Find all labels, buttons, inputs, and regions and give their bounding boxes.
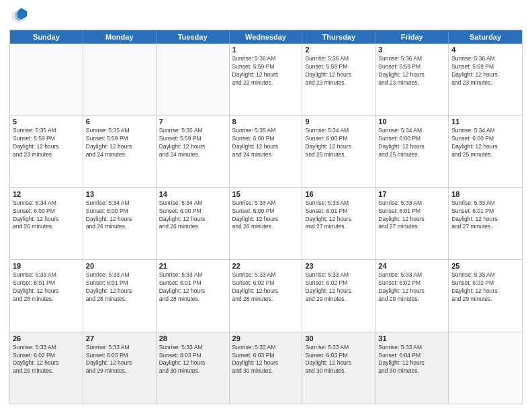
day-info: Sunrise: 5:33 AM Sunset: 6:02 PM Dayligh… (232, 271, 300, 304)
day-info: Sunrise: 5:33 AM Sunset: 6:02 PM Dayligh… (451, 271, 519, 304)
calendar-cell: 25Sunrise: 5:33 AM Sunset: 6:02 PM Dayli… (449, 260, 522, 331)
day-number: 30 (305, 334, 372, 342)
calendar-cell: 27Sunrise: 5:33 AM Sunset: 6:03 PM Dayli… (83, 332, 157, 404)
calendar-cell (10, 44, 83, 115)
day-info: Sunrise: 5:33 AM Sunset: 6:04 PM Dayligh… (378, 344, 445, 376)
calendar-cell: 10Sunrise: 5:34 AM Sunset: 6:00 PM Dayli… (375, 116, 449, 187)
calendar-cell (83, 44, 157, 115)
day-number: 28 (159, 334, 226, 342)
day-number: 13 (86, 190, 153, 198)
day-info: Sunrise: 5:33 AM Sunset: 6:01 PM Dayligh… (13, 271, 80, 304)
calendar-header-cell: Sunday (10, 30, 83, 44)
calendar-cell: 29Sunrise: 5:33 AM Sunset: 6:03 PM Dayli… (230, 332, 303, 404)
calendar-cell (157, 44, 230, 115)
calendar-cell: 21Sunrise: 5:33 AM Sunset: 6:01 PM Dayli… (157, 260, 230, 331)
day-number: 7 (159, 118, 226, 126)
day-number: 23 (305, 262, 372, 270)
day-info: Sunrise: 5:33 AM Sunset: 6:01 PM Dayligh… (378, 199, 445, 232)
day-number: 20 (86, 262, 153, 270)
day-number: 19 (13, 262, 80, 270)
day-number: 11 (451, 118, 519, 126)
day-info: Sunrise: 5:33 AM Sunset: 6:03 PM Dayligh… (305, 344, 372, 376)
calendar-cell: 1Sunrise: 5:36 AM Sunset: 5:59 PM Daylig… (230, 44, 303, 115)
calendar-cell: 31Sunrise: 5:33 AM Sunset: 6:04 PM Dayli… (375, 332, 449, 404)
day-info: Sunrise: 5:34 AM Sunset: 6:00 PM Dayligh… (86, 199, 153, 232)
day-info: Sunrise: 5:33 AM Sunset: 6:02 PM Dayligh… (378, 271, 445, 304)
calendar-cell: 9Sunrise: 5:34 AM Sunset: 6:00 PM Daylig… (302, 116, 375, 187)
day-number: 2 (305, 46, 372, 54)
calendar-cell: 4Sunrise: 5:36 AM Sunset: 5:59 PM Daylig… (449, 44, 522, 115)
day-info: Sunrise: 5:34 AM Sunset: 6:00 PM Dayligh… (451, 127, 519, 159)
calendar-body: 1Sunrise: 5:36 AM Sunset: 5:59 PM Daylig… (10, 44, 522, 404)
calendar-cell: 2Sunrise: 5:36 AM Sunset: 5:59 PM Daylig… (302, 44, 375, 115)
day-number: 22 (232, 262, 300, 270)
day-number: 12 (13, 190, 80, 198)
day-info: Sunrise: 5:36 AM Sunset: 5:59 PM Dayligh… (232, 55, 300, 87)
header (9, 7, 523, 26)
day-number: 3 (378, 46, 445, 54)
day-info: Sunrise: 5:36 AM Sunset: 5:59 PM Dayligh… (451, 55, 519, 87)
calendar-header-cell: Friday (375, 30, 449, 44)
day-number: 16 (305, 190, 372, 198)
day-info: Sunrise: 5:34 AM Sunset: 6:00 PM Dayligh… (378, 127, 445, 159)
logo-icon (9, 7, 28, 26)
calendar-cell: 11Sunrise: 5:34 AM Sunset: 6:00 PM Dayli… (449, 116, 522, 187)
day-info: Sunrise: 5:33 AM Sunset: 6:02 PM Dayligh… (13, 344, 80, 376)
calendar-row: 12Sunrise: 5:34 AM Sunset: 6:00 PM Dayli… (10, 187, 522, 259)
calendar-cell (449, 332, 522, 404)
day-number: 14 (159, 190, 226, 198)
calendar-cell: 7Sunrise: 5:35 AM Sunset: 5:59 PM Daylig… (157, 116, 230, 187)
calendar-cell: 22Sunrise: 5:33 AM Sunset: 6:02 PM Dayli… (230, 260, 303, 331)
calendar-cell: 3Sunrise: 5:36 AM Sunset: 5:59 PM Daylig… (375, 44, 449, 115)
day-number: 17 (378, 190, 445, 198)
day-number: 31 (378, 334, 445, 342)
day-number: 9 (305, 118, 372, 126)
calendar-header-cell: Monday (83, 30, 157, 44)
calendar-cell: 17Sunrise: 5:33 AM Sunset: 6:01 PM Dayli… (375, 188, 449, 259)
calendar-cell: 15Sunrise: 5:33 AM Sunset: 6:00 PM Dayli… (230, 188, 303, 259)
calendar-cell: 19Sunrise: 5:33 AM Sunset: 6:01 PM Dayli… (10, 260, 83, 331)
day-info: Sunrise: 5:35 AM Sunset: 5:59 PM Dayligh… (159, 127, 226, 159)
calendar-cell: 23Sunrise: 5:33 AM Sunset: 6:02 PM Dayli… (302, 260, 375, 331)
calendar-cell: 5Sunrise: 5:35 AM Sunset: 5:59 PM Daylig… (10, 116, 83, 187)
day-info: Sunrise: 5:33 AM Sunset: 6:02 PM Dayligh… (305, 271, 372, 304)
day-number: 24 (378, 262, 445, 270)
day-info: Sunrise: 5:35 AM Sunset: 5:59 PM Dayligh… (86, 127, 153, 159)
day-number: 29 (232, 334, 300, 342)
day-info: Sunrise: 5:35 AM Sunset: 6:00 PM Dayligh… (232, 127, 300, 159)
calendar-cell: 26Sunrise: 5:33 AM Sunset: 6:02 PM Dayli… (10, 332, 83, 404)
day-number: 26 (13, 334, 80, 342)
day-info: Sunrise: 5:33 AM Sunset: 6:03 PM Dayligh… (232, 344, 300, 376)
day-number: 18 (451, 190, 519, 198)
calendar-cell: 6Sunrise: 5:35 AM Sunset: 5:59 PM Daylig… (83, 116, 157, 187)
day-number: 27 (86, 334, 153, 342)
day-info: Sunrise: 5:33 AM Sunset: 6:00 PM Dayligh… (232, 199, 300, 232)
calendar-cell: 20Sunrise: 5:33 AM Sunset: 6:01 PM Dayli… (83, 260, 157, 331)
calendar-header-cell: Saturday (449, 30, 522, 44)
day-info: Sunrise: 5:33 AM Sunset: 6:01 PM Dayligh… (305, 199, 372, 232)
day-info: Sunrise: 5:34 AM Sunset: 6:00 PM Dayligh… (159, 199, 226, 232)
day-info: Sunrise: 5:34 AM Sunset: 6:00 PM Dayligh… (13, 199, 80, 232)
day-number: 4 (451, 46, 519, 54)
calendar-cell: 16Sunrise: 5:33 AM Sunset: 6:01 PM Dayli… (302, 188, 375, 259)
page: SundayMondayTuesdayWednesdayThursdayFrid… (0, 0, 532, 411)
day-number: 8 (232, 118, 300, 126)
day-info: Sunrise: 5:33 AM Sunset: 6:01 PM Dayligh… (159, 271, 226, 304)
day-number: 21 (159, 262, 226, 270)
calendar-header: SundayMondayTuesdayWednesdayThursdayFrid… (10, 30, 522, 44)
calendar-header-cell: Tuesday (157, 30, 230, 44)
day-info: Sunrise: 5:33 AM Sunset: 6:01 PM Dayligh… (86, 271, 153, 304)
logo (9, 7, 31, 26)
calendar-cell: 12Sunrise: 5:34 AM Sunset: 6:00 PM Dayli… (10, 188, 83, 259)
calendar-cell: 18Sunrise: 5:33 AM Sunset: 6:01 PM Dayli… (449, 188, 522, 259)
calendar-cell: 24Sunrise: 5:33 AM Sunset: 6:02 PM Dayli… (375, 260, 449, 331)
calendar-row: 19Sunrise: 5:33 AM Sunset: 6:01 PM Dayli… (10, 259, 522, 331)
day-number: 1 (232, 46, 300, 54)
calendar-header-cell: Wednesday (230, 30, 303, 44)
calendar-cell: 8Sunrise: 5:35 AM Sunset: 6:00 PM Daylig… (230, 116, 303, 187)
day-info: Sunrise: 5:33 AM Sunset: 6:03 PM Dayligh… (159, 344, 226, 376)
day-info: Sunrise: 5:33 AM Sunset: 6:03 PM Dayligh… (86, 344, 153, 376)
calendar-cell: 13Sunrise: 5:34 AM Sunset: 6:00 PM Dayli… (83, 188, 157, 259)
calendar-cell: 30Sunrise: 5:33 AM Sunset: 6:03 PM Dayli… (302, 332, 375, 404)
calendar: SundayMondayTuesdayWednesdayThursdayFrid… (9, 30, 523, 404)
